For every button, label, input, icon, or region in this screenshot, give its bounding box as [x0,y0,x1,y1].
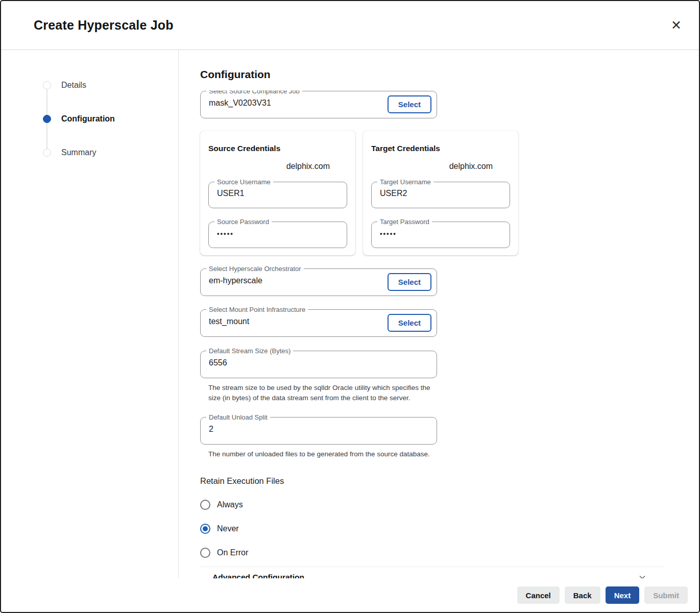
close-icon[interactable]: ✕ [668,16,685,35]
step-label: Details [61,81,86,90]
submit-button[interactable]: Submit [644,586,688,604]
target-username-input[interactable] [372,182,510,208]
mount-point-select-button[interactable]: Select [388,314,431,332]
advanced-configuration-toggle[interactable]: Advanced Configuration [200,567,665,578]
target-credentials-card: Target Credentials delphix.com Target Us… [363,131,518,255]
step-label: Summary [61,148,96,157]
source-password-input[interactable] [209,222,347,248]
radio-label: Always [217,500,243,509]
configuration-form: Configuration Select Source Compliance J… [179,50,699,578]
dialog-header: Create Hyperscale Job ✕ [1,1,699,50]
source-username-input[interactable] [209,182,347,208]
source-credentials-title: Source Credentials [208,144,347,153]
orchestrator-field: Select Hyperscale Orchestrator Select [200,268,437,296]
wizard-stepper-panel: Details Configuration Summary [1,50,179,578]
dialog-body: Details Configuration Summary Configurat… [1,50,699,578]
radio-circle-icon [200,524,210,534]
page-title: Configuration [200,68,699,81]
source-credentials-card: Source Credentials delphix.com Source Us… [200,131,355,255]
retain-execution-files-label: Retain Execution Files [200,476,699,486]
target-password-field: Target Password [371,222,510,248]
unload-split-field: Default Unload Split [200,417,437,445]
source-password-field: Source Password [208,222,347,248]
advanced-configuration-title: Advanced Configuration [212,573,304,578]
unload-split-input[interactable] [201,418,437,444]
stream-size-helper-text: The stream size to be used by the sqlldr… [208,383,434,403]
source-domain: delphix.com [208,162,347,171]
orchestrator-select-button[interactable]: Select [388,273,431,291]
target-credentials-title: Target Credentials [371,144,510,153]
compliance-job-select-button[interactable]: Select [388,95,431,113]
next-button[interactable]: Next [606,586,640,604]
dialog-footer: Cancel Back Next Submit [1,578,699,612]
step-label: Configuration [61,114,115,124]
radio-circle-icon [200,548,210,558]
dialog-title: Create Hyperscale Job [34,18,174,33]
radio-on-error[interactable]: On Error [200,548,312,558]
step-circle-active-icon [43,115,51,123]
target-password-input[interactable] [372,222,510,248]
stepper: Details Configuration Summary [43,81,178,157]
step-circle-icon [43,149,51,157]
credentials-row: Source Credentials delphix.com Source Us… [200,131,699,255]
chevron-down-icon [638,573,646,578]
mount-point-field: Select Mount Point Infrastructure Select [200,309,437,337]
target-username-field: Target Username [371,182,510,208]
stream-size-field: Default Stream Size (Bytes) [200,351,437,378]
cancel-button[interactable]: Cancel [517,586,560,604]
stepper-item-configuration[interactable]: Configuration [43,114,178,124]
radio-always[interactable]: Always [200,500,312,510]
create-hyperscale-job-dialog: { "dialog": { "title": "Create Hyperscal… [0,0,700,613]
step-circle-icon [43,81,51,89]
stream-size-input[interactable] [201,351,437,378]
stepper-item-summary[interactable]: Summary [43,148,178,157]
radio-never[interactable]: Never [200,524,312,534]
back-button[interactable]: Back [565,586,600,604]
radio-label: Never [217,524,239,533]
compliance-job-field: Select Source Compliance Job Select [200,91,437,118]
radio-label: On Error [217,548,248,557]
target-domain: delphix.com [371,162,510,171]
unload-split-helper-text: The number of unloaded files to be gener… [208,449,434,459]
source-username-field: Source Username [208,182,347,208]
stepper-item-details[interactable]: Details [43,81,178,90]
radio-circle-icon [200,500,210,510]
